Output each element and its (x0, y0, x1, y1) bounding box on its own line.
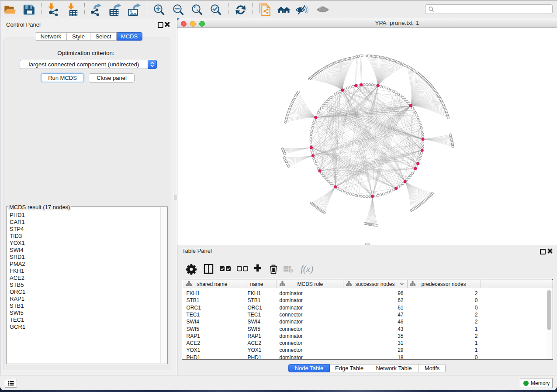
svg-text:f(x): f(x) (301, 264, 313, 274)
